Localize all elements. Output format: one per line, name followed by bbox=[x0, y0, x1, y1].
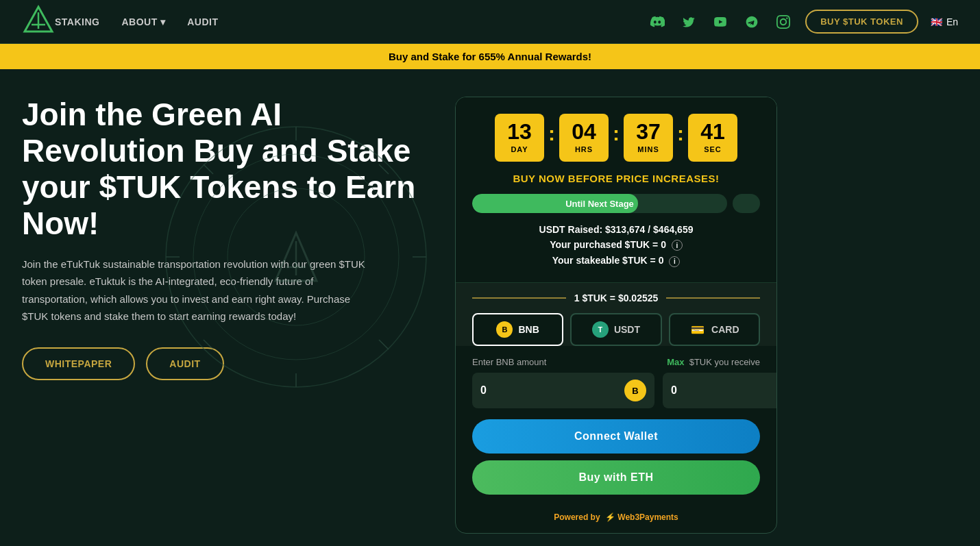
stakeable-text: Your stakeable $TUK = 0 bbox=[552, 255, 664, 266]
tuk-receive-input[interactable] bbox=[671, 384, 777, 397]
sep1: : bbox=[547, 122, 556, 145]
youtube-icon[interactable] bbox=[711, 12, 730, 32]
price-line-right bbox=[666, 297, 760, 299]
tuk-receive-label: Max $TUK you receive bbox=[664, 357, 760, 367]
hours-value: 04 bbox=[572, 121, 596, 142]
language-selector[interactable]: 🇬🇧 En bbox=[931, 16, 958, 27]
nav-staking[interactable]: STAKING bbox=[55, 16, 99, 27]
whitepaper-button[interactable]: WHITEPAPER bbox=[22, 347, 135, 380]
usdt-raised-text: USDT Raised: $313,674 / $464,659 bbox=[539, 224, 694, 235]
banner-text: Buy and Stake for 655% Annual Rewards! bbox=[389, 51, 591, 62]
discord-icon[interactable] bbox=[648, 12, 667, 32]
nav-audit[interactable]: AUDIT bbox=[187, 16, 218, 27]
lang-label: En bbox=[946, 16, 958, 27]
purchased-info-icon[interactable]: i bbox=[672, 240, 683, 251]
secs-label: SEC bbox=[704, 145, 722, 153]
secs-value: 41 bbox=[700, 121, 725, 142]
tuk-input-wrap: T bbox=[663, 373, 777, 408]
instagram-icon[interactable] bbox=[774, 12, 793, 32]
countdown-secs: 41 SEC bbox=[688, 114, 737, 162]
tab-bnb-label: BNB bbox=[518, 324, 539, 335]
telegram-icon[interactable] bbox=[742, 12, 761, 32]
countdown-mins: 37 MINS bbox=[624, 114, 673, 162]
price-line-left bbox=[472, 297, 566, 299]
days-label: DAY bbox=[511, 145, 528, 153]
purchased-row: Your purchased $TUK = 0 i bbox=[472, 239, 760, 251]
svg-line-12 bbox=[379, 164, 389, 174]
svg-line-10 bbox=[204, 164, 213, 174]
logo[interactable] bbox=[22, 4, 55, 40]
card-icon: 💳 bbox=[689, 321, 706, 338]
sep2: : bbox=[611, 122, 621, 145]
countdown-section: 13 DAY : 04 HRS : 37 MINS : 41 SEC bbox=[456, 97, 776, 213]
announcement-banner: Buy and Stake for 655% Annual Rewards! bbox=[0, 44, 980, 69]
svg-line-13 bbox=[204, 340, 213, 349]
token-price-text: 1 $TUK = $0.02525 bbox=[574, 293, 659, 303]
payment-tabs: B BNB T USDT 💳 CARD bbox=[472, 313, 760, 346]
input-labels: Enter BNB amount Max $TUK you receive bbox=[472, 357, 760, 367]
days-value: 13 bbox=[507, 121, 532, 142]
token-price-section: 1 $TUK = $0.02525 B BNB T USDT 💳 CARD bbox=[456, 283, 776, 346]
mins-label: MINS bbox=[637, 145, 659, 153]
stakeable-row: Your stakeable $TUK = 0 i bbox=[472, 255, 760, 266]
flag-icon: 🇬🇧 bbox=[931, 16, 942, 27]
tab-card-label: CARD bbox=[711, 324, 739, 335]
progress-end bbox=[733, 194, 760, 213]
token-price-row: 1 $TUK = $0.02525 bbox=[472, 293, 760, 303]
progress-label: Until Next Stage bbox=[472, 194, 727, 213]
nav-links: STAKING ABOUT ▾ AUDIT bbox=[55, 16, 648, 27]
max-link[interactable]: Max bbox=[667, 357, 684, 367]
tab-card[interactable]: 💳 CARD bbox=[669, 313, 760, 346]
hours-label: HRS bbox=[575, 145, 593, 153]
svg-line-11 bbox=[379, 340, 389, 349]
buy-with-eth-button[interactable]: Buy with ETH bbox=[472, 460, 760, 495]
price-alert: BUY NOW BEFORE PRICE INCREASES! bbox=[472, 173, 760, 184]
action-section: Connect Wallet Buy with ETH bbox=[456, 419, 776, 506]
progress-bar: Until Next Stage bbox=[472, 194, 727, 213]
bnb-amount-input[interactable] bbox=[480, 384, 624, 397]
navbar: STAKING ABOUT ▾ AUDIT BUY $TUK TOKEN 🇬🇧 … bbox=[0, 0, 980, 44]
twitter-icon[interactable] bbox=[679, 12, 698, 32]
tuk-label-text: $TUK you receive bbox=[689, 357, 760, 367]
main-content: Join the Green AI Revolution Buy and Sta… bbox=[0, 69, 980, 546]
progress-row: Until Next Stage bbox=[472, 194, 760, 213]
bnb-coin-icon: B bbox=[624, 380, 646, 401]
powered-by: Powered by ⚡ Web3Payments bbox=[456, 506, 776, 533]
hero-section: Join the Green AI Revolution Buy and Sta… bbox=[22, 97, 433, 380]
countdown-days: 13 DAY bbox=[495, 114, 544, 162]
tab-usdt-label: USDT bbox=[614, 324, 640, 335]
connect-wallet-button[interactable]: Connect Wallet bbox=[472, 419, 760, 454]
bnb-input-wrap: B bbox=[472, 373, 654, 408]
stakeable-info-icon[interactable]: i bbox=[669, 256, 680, 267]
bnb-amount-label: Enter BNB amount bbox=[472, 357, 546, 367]
presale-widget: 13 DAY : 04 HRS : 37 MINS : 41 SEC bbox=[455, 97, 777, 534]
bnb-icon: B bbox=[496, 321, 513, 338]
buy-tuk-button[interactable]: BUY $TUK TOKEN bbox=[805, 10, 918, 34]
tab-bnb[interactable]: B BNB bbox=[472, 313, 563, 346]
sep3: : bbox=[676, 122, 685, 145]
bg-decoration bbox=[159, 120, 433, 394]
stats-section: USDT Raised: $313,674 / $464,659 Your pu… bbox=[456, 224, 776, 282]
powered-by-text: Powered by bbox=[554, 512, 600, 522]
nav-about[interactable]: ABOUT ▾ bbox=[121, 16, 165, 27]
nav-right: BUY $TUK TOKEN 🇬🇧 En bbox=[648, 10, 958, 34]
powered-brand: ⚡ Web3Payments bbox=[605, 512, 678, 522]
tab-usdt[interactable]: T USDT bbox=[570, 313, 661, 346]
usdt-icon: T bbox=[592, 321, 609, 338]
countdown-timer: 13 DAY : 04 HRS : 37 MINS : 41 SEC bbox=[472, 114, 760, 162]
chevron-down-icon: ▾ bbox=[160, 16, 166, 27]
inputs-section: Enter BNB amount Max $TUK you receive B … bbox=[456, 357, 776, 408]
countdown-hours: 04 HRS bbox=[559, 114, 609, 162]
usdt-raised-row: USDT Raised: $313,674 / $464,659 bbox=[472, 224, 760, 235]
purchased-text: Your purchased $TUK = 0 bbox=[550, 239, 666, 250]
mins-value: 37 bbox=[636, 121, 661, 142]
input-row: B T bbox=[472, 373, 760, 408]
